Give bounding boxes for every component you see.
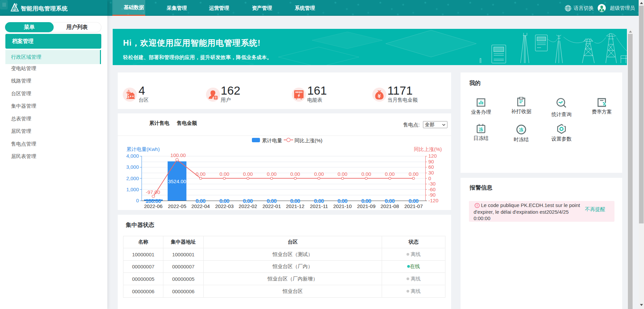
- svg-text:ms: ms: [13, 9, 15, 11]
- svg-text:冻: 冻: [479, 127, 483, 132]
- svg-text:冻: 冻: [519, 127, 524, 132]
